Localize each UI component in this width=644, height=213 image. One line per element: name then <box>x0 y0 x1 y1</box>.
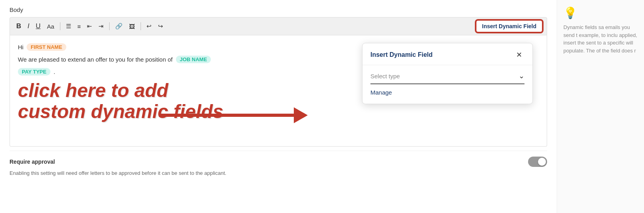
insert-dynamic-field-dropdown: Insert Dynamic Field ✕ Select type ⌄ Man… <box>362 43 533 104</box>
approval-description: Enabling this setting will need offer le… <box>10 170 547 176</box>
select-type-wrapper[interactable]: Select type ⌄ <box>370 72 524 84</box>
require-approval-row: Require approval <box>10 157 547 167</box>
link-button[interactable]: 🔗 <box>113 21 125 31</box>
period-text: . <box>54 68 55 75</box>
indent-button[interactable]: ⇥ <box>96 21 106 31</box>
offer-text: We are pleased to extend an offer to you… <box>18 56 173 63</box>
lightbulb-icon: 💡 <box>563 6 638 19</box>
manage-link[interactable]: Manage <box>370 84 524 97</box>
separator-2 <box>109 22 110 30</box>
arrow-container <box>159 107 308 123</box>
body-label: Body <box>10 6 547 13</box>
undo-button[interactable]: ↩ <box>144 21 154 31</box>
dropdown-close-button[interactable]: ✕ <box>514 50 524 60</box>
dropdown-header: Insert Dynamic Field ✕ <box>362 43 532 65</box>
require-approval-toggle[interactable] <box>528 157 547 167</box>
toggle-knob <box>538 158 546 166</box>
font-size-button[interactable]: Aa <box>44 21 56 31</box>
toolbar: B I U Aa ☰ ≡ ⇤ ⇥ 🔗 🖼 ↩ ↪ Insert Dynamic … <box>10 17 547 35</box>
job-name-tag: JOB NAME <box>176 56 211 63</box>
dropdown-body: Select type ⌄ Manage <box>362 65 532 104</box>
italic-button[interactable]: I <box>25 21 32 32</box>
page-container: Body B I U Aa ☰ ≡ ⇤ ⇥ 🔗 🖼 ↩ ↪ <box>0 0 644 213</box>
big-arrow <box>159 107 308 123</box>
sidebar-text: Dynamic fields sa emails you send t exam… <box>563 23 638 54</box>
require-approval-section: Require approval Enabling this setting w… <box>10 151 547 176</box>
underline-button[interactable]: U <box>33 21 43 32</box>
dropdown-title: Insert Dynamic Field <box>370 51 433 58</box>
unordered-list-button[interactable]: ☰ <box>64 21 73 31</box>
image-button[interactable]: 🖼 <box>127 21 137 31</box>
chevron-down-icon: ⌄ <box>519 72 524 80</box>
arrow-head <box>294 107 308 123</box>
right-sidebar: 💡 Dynamic fields sa emails you send t ex… <box>557 0 644 213</box>
separator-3 <box>141 22 141 30</box>
ordered-list-button[interactable]: ≡ <box>75 21 83 31</box>
pay-type-tag: PAY TYPE <box>18 68 50 76</box>
outdent-button[interactable]: ⇤ <box>85 21 94 31</box>
select-type-placeholder: Select type <box>370 73 519 79</box>
main-content: Body B I U Aa ☰ ≡ ⇤ ⇥ 🔗 🖼 ↩ ↪ <box>0 0 557 213</box>
redo-button[interactable]: ↪ <box>156 21 166 31</box>
first-name-tag: FIRST NAME <box>27 43 66 51</box>
greeting-text: Hi <box>18 44 23 50</box>
require-approval-label: Require approval <box>10 159 55 165</box>
separator-1 <box>60 22 60 30</box>
arrow-shaft <box>159 114 294 117</box>
bold-button[interactable]: B <box>14 21 23 32</box>
insert-dynamic-field-button[interactable]: Insert Dynamic Field <box>476 20 543 33</box>
